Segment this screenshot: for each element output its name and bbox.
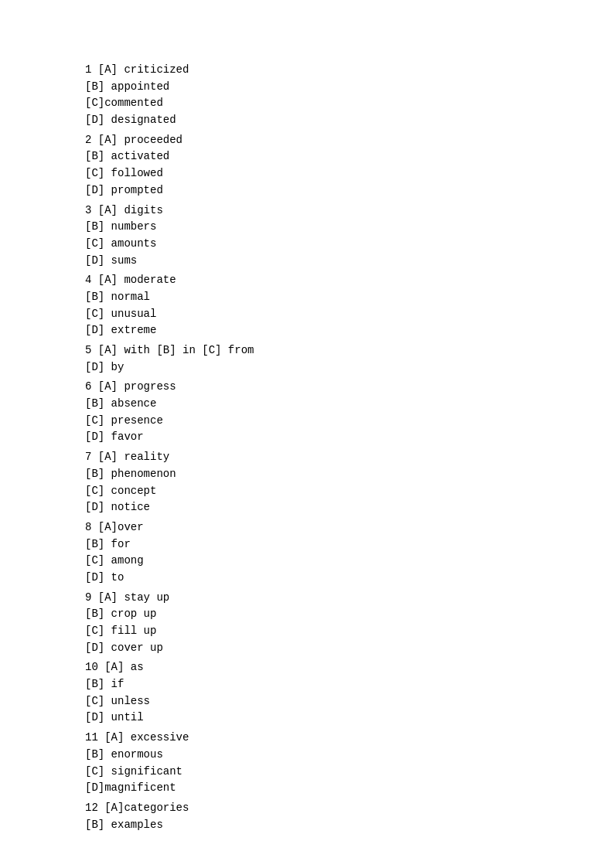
question-item: 11 [A] excessive[B] enormous[C] signific… [85,730,614,797]
question-number: 9 [A] stay up [85,591,169,604]
question-number: 5 [A] with [B] in [C] from [85,344,254,356]
option-item: [C] among [85,553,614,570]
option-item: [D] prompted [85,182,614,199]
option-item: [D] extreme [85,322,614,339]
question-number: 6 [A] progress [85,380,176,393]
option-item: [B] phenomenon [85,466,614,483]
option-item: [D] designated [85,112,614,129]
question-number: 8 [A]over [85,521,144,533]
question-number: 11 [A] excessive [85,731,189,744]
question-number: 3 [A] digits [85,204,163,216]
option-item: [D] sums [85,253,614,270]
question-item: 6 [A] progress[B] absence[C] presence[D]… [85,379,614,446]
option-item: [C] unless [85,693,614,710]
question-number: 10 [A] as [85,661,144,673]
option-item: [D] cover up [85,640,614,657]
question-first-line: 3 [A] digits [85,203,614,220]
option-item: [D] until [85,710,614,727]
question-item: 3 [A] digits[B] numbers[C] amounts[D] su… [85,203,614,270]
question-number: 1 [A] criticized [85,63,189,76]
question-item: 2 [A] proceeded[B] activated[C] followed… [85,132,614,199]
question-first-line: 9 [A] stay up [85,590,614,607]
option-item: [B] absence [85,396,614,413]
question-first-line: 5 [A] with [B] in [C] from [85,342,614,359]
question-list: 1 [A] criticized[B] appointed[C]commente… [85,62,614,833]
question-number: 2 [A] proceeded [85,134,182,146]
question-number: 4 [A] moderate [85,274,176,286]
option-item: [D] favor [85,429,614,446]
option-item: [B] normal [85,289,614,306]
question-item: 10 [A] as[B] if[C] unless[D] until [85,659,614,727]
question-first-line: 4 [A] moderate [85,272,614,289]
option-item: [B] examples [85,817,614,834]
option-item: [D] to [85,570,614,587]
option-item: [B] if [85,676,614,693]
option-item: [C] unusual [85,306,614,323]
question-first-line: 11 [A] excessive [85,730,614,747]
option-item: [B] for [85,536,614,553]
question-first-line: 2 [A] proceeded [85,132,614,149]
question-first-line: 12 [A]categories [85,800,614,817]
option-item: [C] followed [85,165,614,182]
question-first-line: 10 [A] as [85,659,614,676]
option-item: [C] fill up [85,623,614,640]
option-item: [C] concept [85,483,614,500]
question-number: 7 [A] reality [85,451,169,463]
option-item: [B] crop up [85,606,614,623]
option-item: [B] activated [85,148,614,165]
question-item: 1 [A] criticized[B] appointed[C]commente… [85,62,614,129]
option-item: [D]magnificent [85,780,614,797]
question-item: 5 [A] with [B] in [C] from[D] by [85,342,614,376]
option-item: [C] significant [85,764,614,781]
option-item: [C]commented [85,95,614,112]
option-item: [D] notice [85,499,614,516]
question-first-line: 6 [A] progress [85,379,614,396]
question-item: 9 [A] stay up[B] crop up[C] fill up[D] c… [85,590,614,657]
question-item: 4 [A] moderate[B] normal[C] unusual[D] e… [85,272,614,339]
question-number: 12 [A]categories [85,802,189,814]
question-item: 8 [A]over[B] for[C] among[D] to [85,519,614,587]
question-first-line: 1 [A] criticized [85,62,614,79]
option-item: [B] enormous [85,747,614,764]
question-first-line: 7 [A] reality [85,449,614,466]
option-item: [C] presence [85,413,614,430]
question-item: 12 [A]categories[B] examples [85,800,614,833]
question-first-line: 8 [A]over [85,519,614,536]
question-item: 7 [A] reality[B] phenomenon[C] concept[D… [85,449,614,516]
option-item: [C] amounts [85,236,614,253]
option-item: [B] numbers [85,219,614,236]
option-item: [D] by [85,359,614,376]
option-item: [B] appointed [85,79,614,96]
